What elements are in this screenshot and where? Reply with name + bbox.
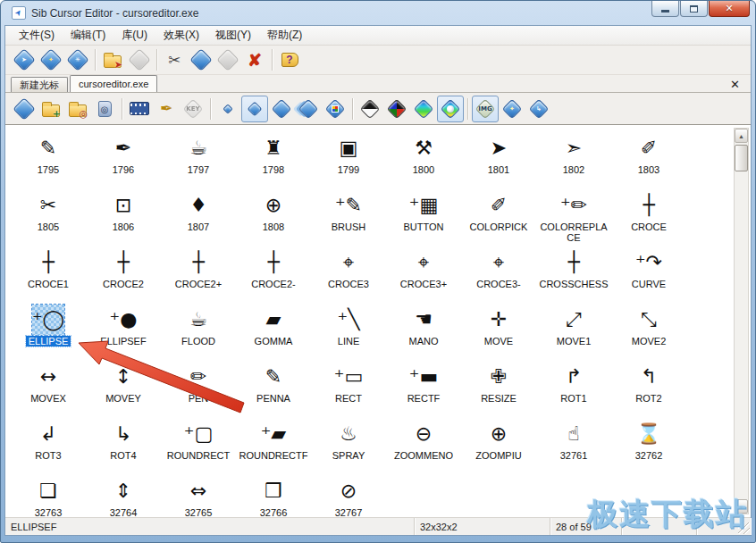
grid-item-1807[interactable]: ♦1807 [161, 186, 236, 243]
grid-item-pen[interactable]: ✏PEN [161, 357, 236, 414]
save-button[interactable] [126, 46, 153, 73]
grid-item-croce2minus[interactable]: ┼CROCE2- [236, 243, 311, 300]
grid-item-rect[interactable]: ⁺▭RECT [311, 357, 386, 414]
grid-item-move[interactable]: ✛MOVE [461, 300, 536, 357]
draw-tools-button[interactable] [11, 96, 38, 122]
colors-mono-button[interactable] [357, 96, 383, 122]
title-bar[interactable]: ➤ Sib Cursor Editor - cursoreditor.exe ✕ [4, 1, 752, 25]
new-animated-cursor-button[interactable]: ✳ [64, 46, 91, 73]
grid-item-zoompiu[interactable]: ⊕ZOOMPIU [461, 414, 536, 472]
tab-close-icon[interactable]: ✕ [725, 79, 745, 90]
minimize-button[interactable] [651, 1, 679, 17]
grid-item-move1[interactable]: ⤢MOVE1 [536, 300, 611, 357]
size-32-button[interactable] [241, 96, 268, 122]
grid-item-resize[interactable]: ✙RESIZE [461, 357, 536, 414]
grid-item-rot4[interactable]: ↳ROT4 [86, 414, 161, 472]
grid-item-1796[interactable]: ✒1796 [86, 129, 161, 186]
extract-images-button[interactable]: ◎ [64, 96, 91, 122]
grid-item-1795[interactable]: ✎1795 [11, 129, 86, 186]
open-button[interactable]: ➤ [99, 46, 126, 73]
delete-button[interactable]: ✘ [241, 46, 268, 73]
grid-item-32762[interactable]: ⌛32762 [611, 414, 686, 472]
key-color-button[interactable]: KEY [180, 96, 206, 122]
grid-item-croce2plus[interactable]: ┼CROCE2+ [161, 243, 236, 300]
grid-item-32766[interactable]: ❒32766 [236, 472, 311, 517]
grid-item-croce3plus[interactable]: ⌖CROCE3+ [386, 243, 461, 300]
new-from-image-button[interactable]: ✦ [38, 46, 64, 73]
resize-grip[interactable] [738, 522, 750, 534]
menu-item-4[interactable]: 视图(Y) [207, 26, 259, 45]
grid-item-1808[interactable]: ⊕1808 [236, 186, 311, 243]
menu-item-0[interactable]: 文件(S) [11, 26, 63, 45]
grid-item-ellipsef[interactable]: ⁺●ELLIPSEF [86, 300, 161, 357]
grid-item-1797[interactable]: ☕1797 [161, 129, 236, 186]
grid-item-button[interactable]: ⁺▦BUTTON [386, 186, 461, 243]
grid-item-32764[interactable]: ⇕32764 [86, 472, 161, 517]
new-cursor-button[interactable]: ➤ [11, 46, 38, 73]
draw-pen-tool-button[interactable]: ✒ [153, 96, 180, 122]
menu-item-2[interactable]: 库(U) [113, 26, 155, 45]
grid-item-movex[interactable]: ↔MOVEX [11, 357, 86, 414]
menu-item-5[interactable]: 帮助(Z) [259, 26, 310, 45]
grid-item-ellipse[interactable]: ⁺◯ELLIPSE [11, 300, 86, 357]
grid-item-roundrectf[interactable]: ⁺▰ROUNDRECTF [236, 414, 311, 472]
grid-item-1800[interactable]: ⚒1800 [386, 129, 461, 186]
grid-item-zoommeno[interactable]: ⊖ZOOMMENO [386, 414, 461, 472]
grid-item-1802[interactable]: ➣1802 [536, 129, 611, 186]
colors-truecolor-button[interactable] [437, 96, 464, 122]
menu-item-3[interactable]: 效果(X) [155, 26, 207, 45]
grid-item-crosschess[interactable]: ┼CROSSCHESS [536, 243, 611, 300]
grid-item-1803[interactable]: ✐1803 [611, 129, 686, 186]
grid-item-1801[interactable]: ➤1801 [461, 129, 536, 186]
grid-item-croce3[interactable]: ⌖CROCE3 [311, 243, 386, 300]
grid-item-gomma[interactable]: ▰GOMMA [236, 300, 311, 357]
grid-item-32767[interactable]: ⊘32767 [311, 472, 386, 517]
scroll-thumb[interactable] [735, 145, 748, 171]
grid-item-croce2[interactable]: ┼CROCE2 [86, 243, 161, 300]
grid-item-spray[interactable]: ♨SPRAY [311, 414, 386, 472]
vertical-scrollbar[interactable]: ▲ ▼ [734, 128, 749, 514]
grid-item-line[interactable]: ⁺╲LINE [311, 300, 386, 357]
animation-editor-button[interactable] [126, 96, 153, 122]
grid-item-1799[interactable]: ▣1799 [311, 129, 386, 186]
grid-item-colorreplace[interactable]: ⁺✏COLORREPLACE [536, 186, 611, 243]
grid-item-penna[interactable]: ✎PENNA [236, 357, 311, 414]
paste-button[interactable] [214, 46, 241, 73]
help-button[interactable]: ? [276, 46, 303, 73]
grid-item-croce[interactable]: ┼CROCE [611, 186, 686, 243]
size-48-button[interactable] [268, 96, 295, 122]
grid-item-1805[interactable]: ✂1805 [11, 186, 86, 243]
size-windows-button[interactable] [322, 96, 349, 122]
size-16-button[interactable] [214, 96, 241, 122]
grid-item-mano[interactable]: ☚MANO [386, 300, 461, 357]
grid-item-rot1[interactable]: ↱ROT1 [536, 357, 611, 414]
size-all-button[interactable] [295, 96, 322, 122]
add-image-button[interactable]: + [38, 96, 64, 122]
maximize-button[interactable] [680, 1, 708, 17]
library-viewer-button[interactable]: ◎ [91, 96, 118, 122]
cut-button[interactable]: ✂ [161, 46, 188, 73]
grid-item-flood[interactable]: ☕FLOOD [161, 300, 236, 357]
grid-item-colorpick[interactable]: ✐COLORPICK [461, 186, 536, 243]
grid-item-32765[interactable]: ⇔32765 [161, 472, 236, 517]
grid-item-movey[interactable]: ↕MOVEY [86, 357, 161, 414]
grid-item-32761[interactable]: ☝32761 [536, 414, 611, 472]
import-image-button[interactable]: ✦ [499, 96, 525, 122]
grid-item-rot3[interactable]: ↲ROT3 [11, 414, 86, 472]
grid-item-curve[interactable]: ⁺↷CURVE [611, 243, 686, 300]
grid-item-brush[interactable]: ⁺✎BRUSH [311, 186, 386, 243]
colors-16-button[interactable] [383, 96, 410, 122]
export-image-button[interactable]: ↳ [525, 96, 552, 122]
grid-item-croce1[interactable]: ┼CROCE1 [11, 243, 86, 300]
scroll-up-button[interactable]: ▲ [735, 129, 748, 143]
grid-item-roundrect[interactable]: ⁺▢ROUNDRECT [161, 414, 236, 472]
menu-item-1[interactable]: 编辑(T) [63, 26, 113, 45]
grid-item-1798[interactable]: ♜1798 [236, 129, 311, 186]
close-button[interactable]: ✕ [709, 1, 750, 17]
colors-256-button[interactable] [410, 96, 437, 122]
grid-item-move2[interactable]: ⤡MOVE2 [611, 300, 686, 357]
grid-item-1806[interactable]: ⊡1806 [86, 186, 161, 243]
grid-item-croce3minus[interactable]: ⌖CROCE3- [461, 243, 536, 300]
grid-item-rot2[interactable]: ↰ROT2 [611, 357, 686, 414]
scroll-down-button[interactable]: ▼ [735, 499, 748, 514]
